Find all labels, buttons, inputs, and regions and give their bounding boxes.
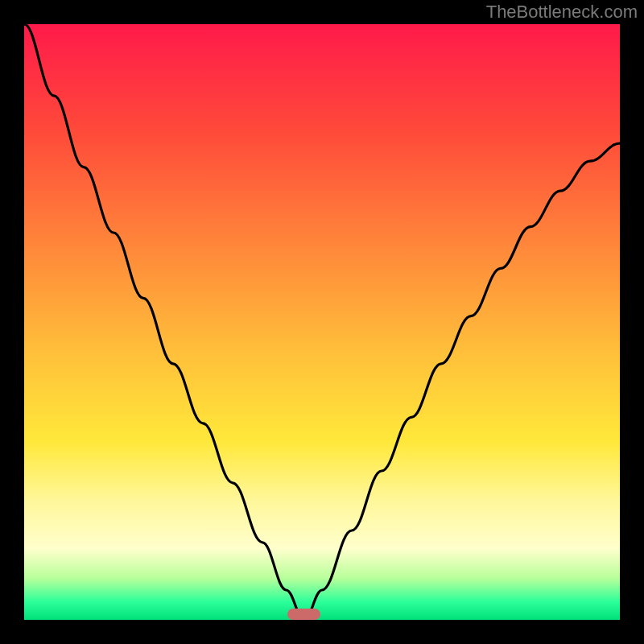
left-branch-curve	[24, 24, 304, 620]
curve-layer	[24, 24, 620, 620]
right-branch-curve	[304, 143, 620, 620]
chart-container: TheBottleneck.com	[0, 0, 644, 644]
minimum-marker	[287, 609, 320, 620]
plot-area	[24, 24, 620, 620]
watermark-text: TheBottleneck.com	[486, 2, 638, 23]
